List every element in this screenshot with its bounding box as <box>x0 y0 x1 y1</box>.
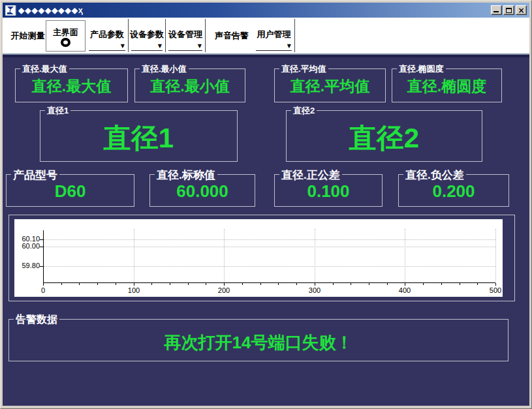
chart-y-tick-label: 59.80 <box>15 262 40 269</box>
chart-x-minor-tick <box>369 283 369 285</box>
device-params-button[interactable]: 设备参数▼ <box>129 19 166 52</box>
chart-x-tick <box>495 283 496 286</box>
chart-x-tick <box>405 283 405 286</box>
product-params-button[interactable]: 产品参数▼ <box>86 19 129 52</box>
alarm-message: 再次打开14号端口失败！ <box>9 331 508 354</box>
chart-x-minor-tick <box>296 283 297 285</box>
start-measure-button[interactable]: 开始测量 <box>9 18 46 53</box>
chart-y-tick <box>40 239 43 240</box>
chart-y-gridline <box>44 247 495 247</box>
panel-diameter2: 直径2 直径2 <box>286 110 482 162</box>
panel-label: 直径1 <box>45 105 70 117</box>
panel-value: 0.200 <box>399 181 509 202</box>
toolbar-button-label: 声音告警 <box>209 30 255 42</box>
alarm-panel: 告警数据 再次打开14号端口失败！ <box>8 319 509 361</box>
panel-value: 直径2 <box>287 120 482 157</box>
circle-icon <box>61 38 70 47</box>
chart-x-gridline <box>405 229 405 282</box>
panel-value: 直径.平均值 <box>275 76 385 97</box>
sound-alarm-button[interactable]: 声音告警 <box>209 18 255 53</box>
window-title: ◆◆◆◆◆◆◆◆◆ҳ <box>18 6 491 15</box>
chart-x-minor-tick <box>206 283 206 285</box>
chart-x-tick-label: 400 <box>392 286 418 294</box>
chart-x-minor-tick <box>460 283 460 285</box>
panel-label: 直径.最小值 <box>140 63 189 75</box>
toolbar: 开始测量主界面产品参数▼设备参数▼设备管理▼声音告警用户管理▼ <box>3 18 529 53</box>
panel-value: 60.000 <box>150 181 255 202</box>
chart-x-tick-label: 0 <box>30 286 56 294</box>
chart-y-tick-label: 60.00 <box>15 242 40 250</box>
chart-x-minor-tick <box>97 283 98 285</box>
chart-x-minor-tick <box>477 283 478 285</box>
chart-panel: 60.1060.0059.800100200300400500 <box>8 215 515 301</box>
maximize-button[interactable] <box>503 5 514 15</box>
dropdown-underline: ▼ <box>168 43 202 51</box>
app-window: ◆◆◆◆◆◆◆◆◆ҳ × 开始测量主界面产品参数▼设备参数▼设备管理▼声音告警用… <box>0 0 532 409</box>
chart-x-tick <box>315 283 315 286</box>
toolbar-button-label: 产品参数 <box>86 29 128 40</box>
panel-diameter-min: 直径.最小值 直径.最小值 <box>134 68 245 102</box>
window-controls: × <box>491 5 527 15</box>
chevron-down-icon: ▼ <box>121 44 125 49</box>
chart-area: 60.1060.0059.800100200300400500 <box>14 219 503 297</box>
title-bar: ◆◆◆◆◆◆◆◆◆ҳ × <box>3 3 529 18</box>
chart-x-minor-tick <box>151 283 152 285</box>
panel-value: 直径.椭圆度 <box>392 76 501 97</box>
chart-x-minor-tick <box>333 283 334 285</box>
panel-diameter1: 直径1 直径1 <box>40 110 238 162</box>
toolbar-button-label: 用户管理 <box>253 29 294 40</box>
device-manage-button[interactable]: 设备管理▼ <box>166 19 206 52</box>
panel-value: 直径1 <box>40 120 237 157</box>
panel-product-model: 产品型号 D60 <box>6 174 134 207</box>
user-manage-button[interactable]: 用户管理▼ <box>253 19 295 52</box>
panel-label: 直径.平均值 <box>279 63 328 75</box>
chart-y-tick <box>40 266 43 267</box>
chart-x-minor-tick <box>170 283 170 285</box>
panel-diameter-ovality: 直径.椭圆度 直径.椭圆度 <box>392 68 502 102</box>
chart-x-minor-tick <box>260 283 261 285</box>
chart-x-minor-tick <box>116 283 116 285</box>
chart-x-axis <box>43 282 495 283</box>
chart-x-minor-tick <box>242 283 243 285</box>
chart-x-minor-tick <box>61 283 62 285</box>
panel-diameter-max: 直径.最大值 直径.最大值 <box>15 68 128 102</box>
chart-x-gridline <box>495 229 496 282</box>
chart-x-minor-tick <box>79 283 80 285</box>
panel-label: 直径.标称值 <box>155 168 217 183</box>
close-button[interactable]: × <box>516 5 527 15</box>
chart-x-minor-tick <box>387 283 388 285</box>
minimize-button[interactable] <box>491 5 502 15</box>
panel-minus-tolerance: 直径.负公差 0.200 <box>398 174 509 207</box>
panel-diameter-avg: 直径.平均值 直径.平均值 <box>274 68 386 102</box>
chevron-down-icon: ▼ <box>158 44 162 49</box>
toolbar-button-label: 设备管理 <box>166 29 205 40</box>
chart-x-minor-tick <box>188 283 189 285</box>
panel-label: 直径.正公差 <box>279 168 342 183</box>
panel-label: 直径.负公差 <box>403 168 466 183</box>
chart-x-tick-label: 200 <box>211 286 237 294</box>
toolbar-button-label: 主界面 <box>46 27 85 38</box>
chart-x-tick-label: 100 <box>121 286 147 294</box>
panel-value: 0.100 <box>275 181 382 202</box>
chart-x-gridline <box>315 229 315 282</box>
panel-value: 直径.最小值 <box>135 76 245 97</box>
toolbar-button-label: 开始测量 <box>9 30 46 42</box>
panel-value: D60 <box>7 181 134 202</box>
panel-value: 直径.最大值 <box>16 76 127 97</box>
main-screen-button[interactable]: 主界面 <box>46 20 86 52</box>
chart-y-gridline <box>44 239 495 240</box>
chart-x-minor-tick <box>351 283 351 285</box>
toolbar-button-label: 设备参数 <box>129 29 165 40</box>
panel-nominal-value: 直径.标称值 60.000 <box>149 174 255 207</box>
chart-x-tick <box>43 283 44 286</box>
chart-y-tick <box>40 247 43 247</box>
chart-x-tick-label: 300 <box>302 286 328 294</box>
chart-x-tick <box>224 283 225 286</box>
chart-x-minor-tick <box>441 283 442 285</box>
app-icon <box>5 5 16 16</box>
chart-y-axis <box>43 230 44 282</box>
panel-label: 直径.最大值 <box>20 63 69 75</box>
chart-y-gridline <box>44 266 495 267</box>
panel-label: 直径2 <box>291 105 317 117</box>
chart-x-gridline <box>134 229 134 282</box>
